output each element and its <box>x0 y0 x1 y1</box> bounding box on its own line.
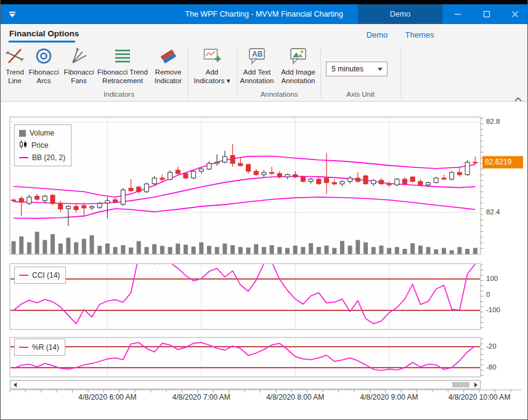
fibonacci-retracement-icon <box>113 46 132 66</box>
x-axis-label: 4/8/2020 10:00 AM <box>449 393 511 402</box>
legend-item[interactable]: CCI (14) <box>19 269 60 281</box>
cci-axis-ticks <box>481 265 484 328</box>
x-axis-label: 4/8/2020 7:00 AM <box>173 393 230 402</box>
wr-axis-ticks <box>481 339 484 376</box>
ribbon: Financial Options Demo Themes Trend Line… <box>1 24 527 102</box>
legend-item[interactable]: BB (20, 2) <box>19 151 65 164</box>
ribbon-button-fibonacci-trend-retracement[interactable]: Fibonacci Trend Retracement <box>94 46 151 85</box>
chevron-up-icon <box>514 96 522 102</box>
add-indicators-icon <box>202 46 222 66</box>
group-separator <box>320 47 321 99</box>
chart-area[interactable]: 82.882.41000-100-20-8082.62194/8/2020 6:… <box>1 102 528 420</box>
ribbon-button-label: Trend Line <box>6 68 24 84</box>
ribbon-button-label: Fibonacci Trend Retracement <box>97 68 148 84</box>
ribbon-link-themes[interactable]: Themes <box>401 30 438 39</box>
main-axis-label: 82.4 <box>486 208 500 216</box>
ribbon-collapse-button[interactable] <box>514 94 522 100</box>
axis-unit-value: 5 minutes <box>331 65 364 73</box>
fibonacci-fans-icon <box>69 46 89 66</box>
main-axis-ticks <box>481 118 484 248</box>
wr-axis-label: -20 <box>486 342 497 350</box>
line-swatch-icon <box>19 275 28 276</box>
minimize-button[interactable] <box>444 4 472 24</box>
x-axis-label: 4/8/2020 9:00 AM <box>360 393 418 402</box>
group-separator <box>400 47 401 99</box>
scroll-left-icon[interactable] <box>10 381 19 389</box>
legend-item[interactable]: Price <box>19 139 65 151</box>
main-chart-panel[interactable] <box>10 117 481 254</box>
axis-unit-combobox[interactable]: 5 minutes <box>326 62 388 76</box>
ribbon-button-label: Fibonacci Fans <box>63 68 94 84</box>
wr-axis-label: -80 <box>486 363 497 371</box>
cci-axis-label: 100 <box>486 275 498 282</box>
svg-text:AB: AB <box>252 50 263 59</box>
cci-legend: CCI (14) <box>14 267 66 284</box>
ribbon-button-label: Fibonacci Arcs <box>28 68 59 84</box>
titlebar: The WPF Charting - MVVM Financial Charti… <box>1 4 527 24</box>
legend-label: %R (14) <box>32 343 59 352</box>
legend-label: Volume <box>30 129 54 137</box>
scroll-right-icon[interactable] <box>471 381 480 389</box>
main-chart-legend: VolumePriceBB (20, 2) <box>14 124 71 166</box>
window-top-frame <box>1 0 527 4</box>
group-label-annotations: Annotations <box>261 91 298 98</box>
maximize-button[interactable] <box>473 4 501 24</box>
cci-axis-label: 0 <box>486 291 490 298</box>
minimize-icon <box>454 10 461 18</box>
horizontal-scrollbar[interactable] <box>10 380 481 389</box>
tab-financial-options[interactable]: Financial Options <box>9 29 79 38</box>
maximize-icon <box>483 10 490 18</box>
legend-label: CCI (14) <box>32 271 60 280</box>
group-label-axis-unit: Axis Unit <box>346 91 374 98</box>
wr-legend: %R (14) <box>14 339 65 356</box>
trend-line-icon <box>5 46 25 66</box>
line-swatch-icon <box>19 157 28 158</box>
ribbon-button-label: Add Indicators ▾ <box>194 68 230 84</box>
add-image-annotation-icon <box>288 46 308 66</box>
chevron-down-icon <box>378 68 383 71</box>
close-button[interactable] <box>501 4 528 24</box>
scrollbar-thumb[interactable] <box>452 382 469 387</box>
cci-chart-panel[interactable] <box>10 264 481 329</box>
app-menu-demo[interactable]: Demo <box>358 4 442 24</box>
wr-chart-panel[interactable] <box>10 337 481 377</box>
fibonacci-arcs-icon <box>34 46 54 66</box>
legend-item[interactable]: %R (14) <box>19 341 59 353</box>
app-window: The WPF Charting - MVVM Financial Charti… <box>0 0 528 420</box>
ribbon-button-label: Add Text Annotation <box>240 68 274 84</box>
ribbon-button-remove-indicator[interactable]: Remove Indicator <box>148 46 188 85</box>
legend-item[interactable]: Volume <box>19 127 65 139</box>
group-separator <box>188 47 189 99</box>
ribbon-button-fibonacci-arcs[interactable]: Fibonacci Arcs <box>25 46 62 85</box>
main-axis-label: 82.8 <box>486 118 500 125</box>
legend-label: BB (20, 2) <box>32 153 65 162</box>
add-text-annotation-icon: AB <box>247 46 267 66</box>
line-swatch-icon <box>19 347 28 348</box>
ribbon-button-add-text-annotation[interactable]: ABAdd Text Annotation <box>237 46 277 85</box>
x-axis-ticks <box>10 390 511 393</box>
ribbon-button-add-image-annotation[interactable]: Add Image Annotation <box>275 46 322 85</box>
x-axis-label: 4/8/2020 8:00 AM <box>266 393 324 402</box>
ribbon-button-fibonacci-fans[interactable]: Fibonacci Fans <box>60 46 97 85</box>
x-axis-label: 4/8/2020 6:00 AM <box>78 393 136 402</box>
group-separator <box>237 47 238 99</box>
tab-underline <box>9 41 75 42</box>
ribbon-button-add-indicators[interactable]: Add Indicators ▾ <box>190 46 234 85</box>
group-label-indicators: Indicators <box>104 91 134 98</box>
close-icon <box>511 10 519 18</box>
cci-axis-label: -100 <box>486 306 500 313</box>
legend-label: Price <box>31 141 48 150</box>
volume-swatch-icon <box>19 130 26 137</box>
remove-indicator-icon <box>158 46 178 66</box>
ribbon-link-demo[interactable]: Demo <box>361 30 393 39</box>
ribbon-button-label: Remove Indicator <box>155 68 182 84</box>
ribbon-button-label: Add Image Annotation <box>281 68 315 84</box>
price-candle-icon <box>19 140 28 151</box>
current-price-value: 82.6219 <box>485 158 512 166</box>
